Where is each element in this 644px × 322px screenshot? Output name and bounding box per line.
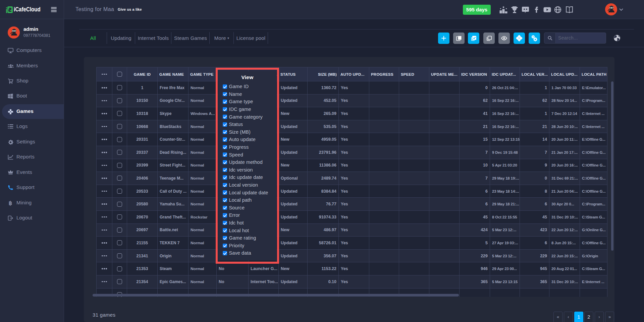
svg-text:฿: ฿	[9, 200, 12, 206]
